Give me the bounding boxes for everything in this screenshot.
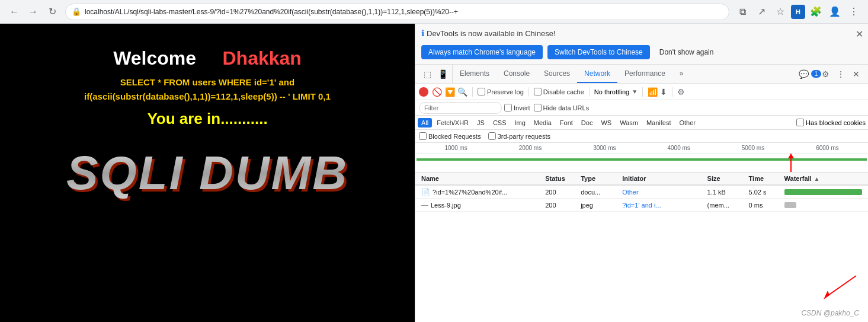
third-party-label[interactable]: 3rd-party requests: [488, 132, 550, 140]
query-text: SELECT * FROM users WHERE id='1' and if(…: [12, 75, 403, 104]
network-settings-icon[interactable]: ⚙: [677, 87, 685, 97]
tab-elements-label: Elements: [460, 69, 489, 78]
back-button[interactable]: ←: [6, 4, 23, 20]
timeline-container: 1000 ms 2000 ms 3000 ms 4000 ms 5000 ms …: [415, 143, 868, 173]
tab-more-label: »: [680, 69, 684, 78]
type-btn-img[interactable]: Img: [511, 118, 529, 127]
svg-line-0: [827, 276, 856, 297]
bookmark-button[interactable]: ☆: [772, 4, 789, 20]
dont-show-button[interactable]: Don't show again: [655, 45, 719, 59]
more-devtools-button[interactable]: ⋮: [834, 67, 848, 81]
always-match-button[interactable]: Always match Chrome's language: [421, 45, 543, 59]
type-btn-fetch[interactable]: Fetch/XHR: [433, 118, 472, 127]
td-size-2: (mem...: [704, 202, 745, 209]
td-waterfall-2: [781, 199, 866, 211]
extensions-button[interactable]: ⧉: [734, 4, 751, 20]
tab-more[interactable]: »: [672, 65, 691, 83]
tab-network[interactable]: Network: [577, 65, 617, 83]
separator3: [589, 87, 590, 97]
tab-sources[interactable]: Sources: [537, 65, 577, 83]
csdn-watermark: CSDN @pakho_C: [801, 309, 859, 317]
separator2: [529, 87, 529, 97]
invert-checkbox[interactable]: [504, 104, 512, 111]
hide-data-urls-checkbox[interactable]: [534, 104, 542, 111]
tab-network-label: Network: [584, 69, 610, 78]
type-btn-css[interactable]: CSS: [489, 118, 510, 127]
profile-button[interactable]: 👤: [827, 4, 843, 20]
type-btn-all[interactable]: All: [418, 118, 432, 127]
td-initiator-1: Other: [619, 189, 703, 196]
table-row[interactable]: 📄 ?id=1%27%20and%20if... 200 docu... Oth…: [415, 186, 868, 199]
address-bar[interactable]: 🔒 localhost/ALL/sql/sqli-labs-master/Les…: [65, 4, 729, 20]
td-time-1: 5.02 s: [745, 189, 781, 196]
doc-icon: 📄: [421, 188, 430, 196]
type-btn-js[interactable]: JS: [473, 118, 488, 127]
td-status-1: 200: [542, 189, 577, 196]
extensions-puzzle-button[interactable]: 🧩: [808, 4, 824, 20]
tab-performance[interactable]: Performance: [617, 65, 672, 83]
tab-performance-label: Performance: [624, 69, 665, 78]
query-line2: if(ascii(substr(database(),1,1))=112,1,s…: [12, 90, 403, 104]
td-time-2: 0 ms: [745, 202, 781, 209]
close-notification-button[interactable]: ✕: [856, 28, 863, 40]
share-button[interactable]: ↗: [753, 4, 770, 20]
notification-bar: ℹ DevTools is now available in Chinese! …: [415, 24, 868, 65]
throttle-arrow: ▼: [632, 88, 638, 95]
blocked-requests-checkbox[interactable]: [419, 132, 427, 140]
separator5: [672, 87, 672, 97]
device-icon[interactable]: 📱: [435, 67, 450, 81]
type-btn-doc[interactable]: Doc: [578, 118, 597, 127]
red-arrow-annotation: [815, 273, 862, 304]
switch-chinese-button[interactable]: Switch DevTools to Chinese: [547, 45, 650, 59]
tab-elements[interactable]: Elements: [453, 65, 497, 83]
table-header: Name Status Type Initiator Size Time Wat…: [415, 173, 868, 186]
type-btn-media[interactable]: Media: [530, 118, 555, 127]
inspect-icon[interactable]: ⬚: [420, 67, 434, 81]
preserve-log-label[interactable]: Preserve log: [478, 88, 524, 95]
filter-input[interactable]: [419, 102, 502, 114]
filter-options: Invert Hide data URLs: [504, 104, 589, 111]
td-name-2: — Less-9.jpg: [418, 201, 542, 209]
search-icon[interactable]: 🔍: [457, 87, 467, 97]
disable-cache-label[interactable]: Disable cache: [534, 88, 584, 95]
filter-icon[interactable]: 🔽: [445, 87, 455, 97]
tab-console[interactable]: Console: [497, 65, 537, 83]
td-status-2: 200: [542, 202, 577, 209]
close-devtools-button[interactable]: ✕: [849, 67, 863, 81]
more-options-button[interactable]: ⋮: [845, 4, 862, 20]
type-btn-font[interactable]: Font: [556, 118, 576, 127]
type-btn-wasm[interactable]: Wasm: [616, 118, 642, 127]
table-row[interactable]: — Less-9.jpg 200 jpeg ?id=1' and i... (m…: [415, 199, 868, 212]
reload-button[interactable]: ↻: [44, 4, 60, 20]
clear-button[interactable]: 🚫: [431, 87, 443, 97]
blocked-requests-text: Blocked Requests: [428, 133, 481, 140]
waterfall-bar-2: [784, 202, 796, 208]
forward-button[interactable]: →: [25, 4, 41, 20]
type-btn-ws[interactable]: WS: [597, 118, 615, 127]
record-button[interactable]: [419, 87, 428, 97]
hide-data-urls-label[interactable]: Hide data URLs: [534, 104, 590, 111]
extension1-button[interactable]: H: [791, 5, 805, 19]
preserve-log-text: Preserve log: [487, 88, 524, 95]
devtools-toolbar: ⬚ 📱 Elements Console Sources Network Per…: [415, 65, 868, 84]
tab-console-label: Console: [504, 69, 530, 78]
has-blocked-cookies-checkbox[interactable]: [796, 119, 804, 126]
browser-chrome: ← → ↻ 🔒 localhost/ALL/sql/sqli-labs-mast…: [0, 0, 868, 24]
td-initiator-2: ?id=1' and i...: [619, 202, 703, 209]
welcome-name: Dhakkan: [222, 47, 301, 69]
preserve-log-checkbox[interactable]: [478, 88, 485, 95]
th-size: Size: [704, 175, 745, 182]
disable-cache-checkbox[interactable]: [534, 88, 542, 95]
devtools-panel: ℹ DevTools is now available in Chinese! …: [415, 24, 868, 322]
type-btn-other[interactable]: Other: [675, 118, 699, 127]
td-name-1: 📄 ?id=1%27%20and%20if...: [418, 188, 542, 196]
third-party-checkbox[interactable]: [488, 132, 496, 140]
url-text: localhost/ALL/sql/sqli-labs-master/Less-…: [85, 8, 458, 16]
type-btn-manifest[interactable]: Manifest: [643, 118, 675, 127]
query-line1: SELECT * FROM users WHERE id='1' and: [12, 75, 403, 90]
third-party-text: 3rd-party requests: [498, 133, 550, 140]
welcome-text: Welcome Dhakkan: [12, 47, 403, 69]
invert-label[interactable]: Invert: [504, 104, 530, 111]
blocked-requests-label[interactable]: Blocked Requests: [419, 132, 481, 140]
console-badge[interactable]: 💬 1: [803, 67, 817, 81]
